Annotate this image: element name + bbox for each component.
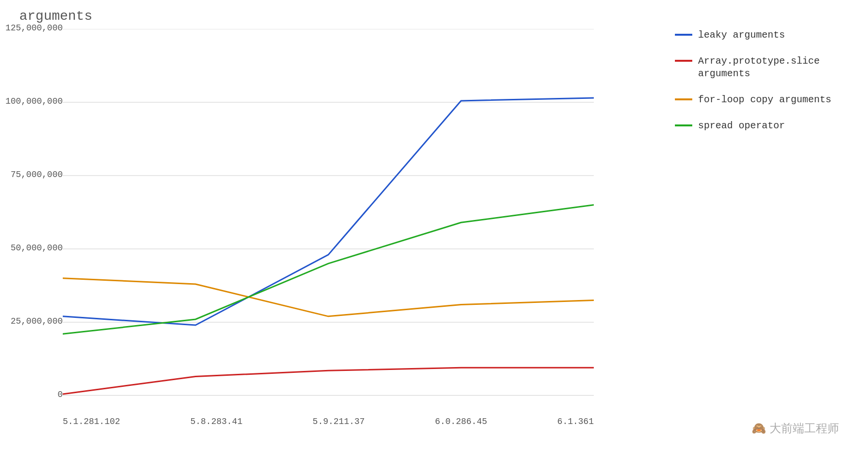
legend-item: for-loop copy arguments <box>675 94 839 106</box>
legend-item: leaky arguments <box>675 29 839 41</box>
legend-label: Array.prototype.slice arguments <box>698 55 839 80</box>
legend-label: leaky arguments <box>698 29 785 41</box>
x-axis-label: 5.1.281.102 <box>63 417 120 426</box>
legend-line-indicator <box>675 60 692 62</box>
legend-line-indicator <box>675 124 692 126</box>
y-axis-label: 50,000,000 <box>11 243 63 253</box>
x-axis-label: 5.8.283.41 <box>190 417 242 426</box>
legend-item: spread operator <box>675 120 839 132</box>
chart-title: arguments <box>19 9 92 24</box>
legend-item: Array.prototype.slice arguments <box>675 55 839 80</box>
legend-label: spread operator <box>698 120 785 132</box>
legend-line-indicator <box>675 98 692 100</box>
legend-line-indicator <box>675 34 692 36</box>
x-axis-label: 6.1.361 <box>557 417 594 426</box>
x-axis-label: 6.0.286.45 <box>435 417 487 426</box>
legend: leaky argumentsArray.prototype.slice arg… <box>675 29 839 146</box>
x-axis-labels: 5.1.281.1025.8.283.415.9.211.376.0.286.4… <box>63 417 594 426</box>
x-axis-label: 5.9.211.37 <box>313 417 365 426</box>
watermark: 🙈 大前端工程师 <box>752 421 839 436</box>
y-axis-label: 75,000,000 <box>11 170 63 179</box>
y-axis-labels: 125,000,000100,000,00075,000,00050,000,0… <box>5 29 63 396</box>
y-axis-label: 100,000,000 <box>5 96 63 106</box>
chart-container: arguments 125,000,000100,000,00075,000,0… <box>0 0 868 465</box>
legend-label: for-loop copy arguments <box>698 94 831 106</box>
y-axis-label: 125,000,000 <box>5 23 63 33</box>
y-axis-label: 25,000,000 <box>11 316 63 326</box>
line-chart <box>63 29 594 396</box>
y-axis-label: 0 <box>57 390 63 399</box>
